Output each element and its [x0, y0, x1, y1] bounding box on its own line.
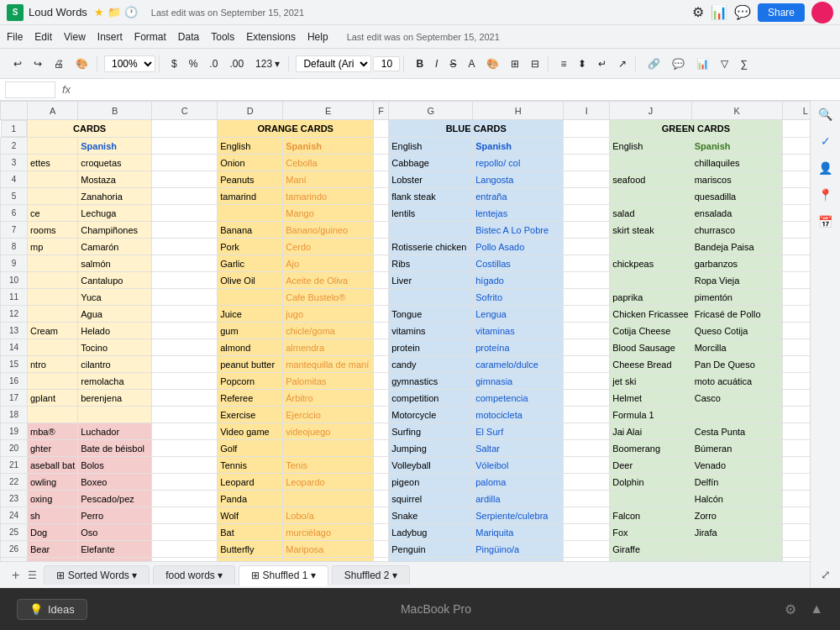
hamburger-menu-icon[interactable]: ☰	[28, 570, 37, 581]
toolbar: ↩ ↪ 🖨 🎨 100% $ % .0 .00 123 ▾ Default (A…	[0, 49, 840, 79]
history-icon[interactable]: 🕐	[124, 6, 138, 18]
col-header-a[interactable]: A	[28, 102, 78, 120]
filter-button[interactable]: ▽	[716, 56, 733, 71]
redo-button[interactable]: ↪	[29, 56, 47, 71]
menu-format[interactable]: Format	[134, 31, 166, 43]
currency-button[interactable]: $	[166, 56, 182, 71]
grid-scroll[interactable]: A B C D E F G H I J K L	[0, 101, 840, 588]
tab-food-words-label: food words ▾	[165, 570, 223, 581]
star-icon[interactable]: ★	[94, 6, 104, 18]
last-edit-menu: Last edit was on September 15, 2021	[347, 32, 500, 42]
menu-bar: File Edit View Insert Format Data Tools …	[0, 25, 840, 49]
col-header-e[interactable]: E	[283, 102, 374, 120]
percent-button[interactable]: %	[184, 56, 203, 71]
table-row: 5 Zanahoria tamarind tamarindo flank ste…	[1, 188, 829, 205]
merge-button[interactable]: ⊟	[526, 56, 544, 71]
col-header-h[interactable]: H	[473, 102, 564, 120]
macbook-label: MacBook Pro	[401, 602, 471, 616]
explore-icon[interactable]: 🔍	[816, 104, 836, 124]
num-format-button[interactable]: 123 ▾	[250, 56, 285, 71]
tab-shuffled-2-label: Shuffled 2 ▾	[344, 570, 397, 581]
rotate-button[interactable]: ↗	[613, 56, 632, 71]
comments-icon[interactable]: 💬	[734, 4, 751, 20]
bold-button[interactable]: B	[411, 56, 428, 71]
col-header-k[interactable]: K	[691, 102, 782, 120]
zoom-select[interactable]: 100%	[104, 55, 155, 72]
folder-icon[interactable]: 📁	[108, 6, 121, 18]
align-button[interactable]: ≡	[555, 56, 571, 71]
comment-button[interactable]: 💬	[667, 56, 690, 71]
title-bar: S Loud Words ★ 📁 🕐 Last edit was on Sept…	[0, 0, 840, 25]
menu-help[interactable]: Help	[307, 31, 328, 43]
toolbar-undo-group: ↩ ↪ 🖨 🎨	[5, 56, 97, 71]
tab-shuffled-1[interactable]: ⊞ Shuffled 1 ▾	[239, 565, 328, 586]
settings-icon[interactable]: ⚙	[692, 4, 704, 20]
chart2-button[interactable]: 📊	[691, 56, 714, 71]
ideas-button[interactable]: 💡 Ideas	[17, 599, 87, 620]
strikethrough-button[interactable]: S	[444, 56, 461, 71]
font-size-input[interactable]	[373, 56, 400, 71]
menu-edit[interactable]: Edit	[34, 31, 52, 43]
table-row: 15 ntro cilantro peanut butter mantequil…	[1, 356, 829, 373]
italic-button[interactable]: I	[430, 56, 443, 71]
bottom-icon-2: ▲	[810, 601, 823, 617]
wrap-button[interactable]: ↵	[593, 56, 612, 71]
spreadsheet-table: A B C D E F G H I J K L	[0, 101, 829, 575]
toolbar-style-group: B I S A 🎨 ⊞ ⊟	[407, 56, 549, 71]
col-header-j[interactable]: J	[610, 102, 691, 120]
blue-cards-header: BLUE CARDS	[389, 120, 564, 138]
user-avatar[interactable]	[811, 2, 833, 24]
calendar-icon[interactable]: 📅	[816, 212, 836, 232]
col-header-b[interactable]: B	[78, 102, 152, 120]
orange-cards-header: ORANGE CARDS	[218, 120, 374, 138]
share-button[interactable]: Share	[758, 3, 805, 22]
person-icon[interactable]: 👤	[816, 158, 836, 178]
tab-food-words[interactable]: food words ▾	[153, 565, 235, 585]
table-row: 23 oxing Pescado/pez Panda squirrel ardi…	[1, 491, 829, 507]
decimal2-button[interactable]: .00	[224, 56, 249, 71]
cell-reference-input[interactable]	[5, 81, 55, 98]
col-header-f[interactable]: F	[374, 102, 389, 120]
col-header-d[interactable]: D	[218, 102, 283, 120]
paint-button[interactable]: 🎨	[71, 56, 93, 71]
toolbar-zoom-group: 100%	[101, 55, 160, 72]
function-button[interactable]: ∑	[735, 56, 753, 71]
menu-view[interactable]: View	[64, 31, 86, 43]
add-sheet-button[interactable]: +	[7, 568, 24, 583]
table-row: 14 Tocino almond almendra protein proteí…	[1, 339, 829, 356]
formula-input[interactable]	[77, 84, 835, 96]
link-button[interactable]: 🔗	[643, 56, 665, 71]
expand-icon[interactable]: ⤢	[816, 564, 836, 585]
table-row: 2 Spanish English Spanish English Spanis…	[1, 138, 829, 155]
tab-shuffled-2[interactable]: Shuffled 2 ▾	[332, 565, 410, 585]
tab-shuffled-1-label: ⊞ Shuffled 1 ▾	[251, 570, 316, 581]
borders-button[interactable]: ⊞	[506, 56, 524, 71]
font-family-select[interactable]: Default (Ari...	[296, 55, 371, 72]
col-spanish-a: Spanish	[78, 138, 152, 155]
table-row: 19 mba® Luchador Video game videojuego S…	[1, 423, 829, 440]
toolbar-link-group: 🔗 💬 📊 ▽ ∑	[639, 56, 756, 71]
col-header-c[interactable]: C	[152, 102, 218, 120]
highlight-button[interactable]: 🎨	[481, 56, 504, 71]
tab-sorted-words-label: ⊞ Sorted Words ▾	[56, 570, 137, 581]
menu-file[interactable]: File	[7, 31, 23, 43]
bottom-bar: 💡 Ideas MacBook Pro ⚙ ▲	[0, 588, 840, 630]
col-spanish-blue: Spanish	[473, 138, 564, 155]
valign-button[interactable]: ⬍	[573, 56, 591, 71]
check-icon[interactable]: ✓	[816, 131, 836, 151]
col-header-g[interactable]: G	[389, 102, 473, 120]
font-color-button[interactable]: A	[463, 56, 480, 71]
undo-button[interactable]: ↩	[8, 56, 27, 71]
tab-sorted-words[interactable]: ⊞ Sorted Words ▾	[44, 565, 150, 585]
menu-data[interactable]: Data	[178, 31, 199, 43]
print-button[interactable]: 🖨	[49, 56, 69, 71]
col-header-i[interactable]: I	[564, 102, 610, 120]
menu-tools[interactable]: Tools	[211, 31, 234, 43]
decimal1-button[interactable]: .0	[204, 56, 223, 71]
pin-icon[interactable]: 📍	[816, 185, 836, 205]
chart-icon[interactable]: 📊	[711, 4, 727, 20]
right-panel: 🔍 ✓ 👤 📍 📅 ⤢	[810, 101, 840, 588]
menu-extensions[interactable]: Extensions	[246, 31, 296, 43]
menu-insert[interactable]: Insert	[97, 31, 123, 43]
table-row: 7 rooms Champiñones Banana Banano/guineo…	[1, 222, 829, 239]
